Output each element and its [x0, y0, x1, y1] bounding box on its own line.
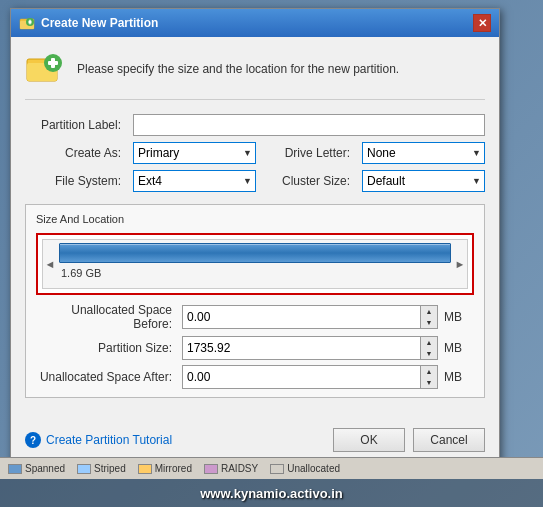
partition-size-down[interactable]: ▼	[421, 348, 437, 359]
size-location-section: Size And Location ◄ 1.69 GB ► Unallocate…	[25, 204, 485, 398]
file-system-select-wrapper: Ext4 NTFSFAT32exFAT	[133, 170, 256, 192]
unallocated-before-input[interactable]	[183, 306, 420, 328]
cluster-size-select-wrapper: Default 512102420484096	[362, 170, 485, 192]
titlebar-title: Create New Partition	[41, 16, 158, 30]
help-icon: ?	[25, 432, 41, 448]
titlebar-left: Create New Partition	[19, 15, 158, 31]
header-description: Please specify the size and the location…	[77, 62, 399, 76]
unallocated-after-label: Unallocated Space After:	[36, 370, 176, 384]
footer-buttons: OK Cancel	[333, 428, 485, 452]
legend-label-unallocated: Unallocated	[287, 463, 340, 474]
legend-item-mirrored: Mirrored	[138, 463, 192, 474]
unallocated-before-input-wrapper: ▲ ▼	[182, 305, 438, 329]
partition-label-label: Partition Label:	[25, 118, 125, 132]
create-partition-dialog: Create New Partition ✕ Please specify th…	[10, 8, 500, 465]
partition-bar-inner: ◄ 1.69 GB ►	[42, 239, 468, 289]
partition-size-input[interactable]	[183, 337, 420, 359]
unallocated-after-unit: MB	[444, 370, 474, 384]
header-icon	[25, 49, 65, 89]
create-as-select[interactable]: Primary Logical Extended	[133, 142, 256, 164]
partition-size-label: 1.69 GB	[57, 265, 453, 281]
legend-item-striped: Striped	[77, 463, 126, 474]
section-title: Size And Location	[36, 213, 474, 225]
unallocated-before-up[interactable]: ▲	[421, 306, 437, 317]
partition-size-spinners: ▲ ▼	[420, 337, 437, 359]
unallocated-after-input[interactable]	[183, 366, 420, 388]
swatch-striped	[77, 464, 91, 474]
watermark-bar: www.kynamio.activo.in	[0, 479, 543, 507]
partition-blue-bar	[59, 243, 451, 263]
svg-rect-4	[30, 20, 31, 25]
unallocated-after-input-wrapper: ▲ ▼	[182, 365, 438, 389]
unallocated-after-spinners: ▲ ▼	[420, 366, 437, 388]
partition-size-unit: MB	[444, 341, 474, 355]
help-link-label: Create Partition Tutorial	[46, 433, 172, 447]
partition-arrow-right[interactable]: ►	[453, 239, 467, 289]
dialog-body: Please specify the size and the location…	[11, 37, 499, 420]
partition-arrow-left[interactable]: ◄	[43, 239, 57, 289]
partition-label-input[interactable]	[133, 114, 485, 136]
legend-bar: Spanned Striped Mirrored RAIDSY Unalloca…	[0, 457, 543, 479]
partition-bar-container: ◄ 1.69 GB ►	[36, 233, 474, 295]
create-as-select-wrapper: Primary Logical Extended	[133, 142, 256, 164]
legend-label-raidby: RAIDSY	[221, 463, 258, 474]
titlebar: Create New Partition ✕	[11, 9, 499, 37]
dialog-header: Please specify the size and the location…	[25, 49, 485, 100]
help-link[interactable]: ? Create Partition Tutorial	[25, 432, 172, 448]
close-button[interactable]: ✕	[473, 14, 491, 32]
cluster-size-select[interactable]: Default 512102420484096	[362, 170, 485, 192]
unallocated-before-label: Unallocated Space Before:	[36, 303, 176, 331]
swatch-spanned	[8, 464, 22, 474]
swatch-mirrored	[138, 464, 152, 474]
legend-item-spanned: Spanned	[8, 463, 65, 474]
swatch-unallocated	[270, 464, 284, 474]
file-system-label: File System:	[25, 174, 125, 188]
svg-rect-9	[48, 61, 58, 65]
legend-label-spanned: Spanned	[25, 463, 65, 474]
watermark-text: www.kynamio.activo.in	[200, 486, 343, 501]
form-grid: Partition Label: Create As: Primary Logi…	[25, 114, 485, 192]
dialog-icon	[19, 15, 35, 31]
unallocated-after-down[interactable]: ▼	[421, 377, 437, 388]
swatch-raidby	[204, 464, 218, 474]
legend-item-raidby: RAIDSY	[204, 463, 258, 474]
partition-size-label-text: Partition Size:	[36, 341, 176, 355]
cancel-button[interactable]: Cancel	[413, 428, 485, 452]
unallocated-before-unit: MB	[444, 310, 474, 324]
partition-fill-area: 1.69 GB	[57, 239, 453, 289]
unallocated-before-spinners: ▲ ▼	[420, 306, 437, 328]
spinner-grid: Unallocated Space Before: ▲ ▼ MB Partiti…	[36, 303, 474, 389]
cluster-size-label: Cluster Size:	[264, 174, 354, 188]
partition-size-input-wrapper: ▲ ▼	[182, 336, 438, 360]
drive-letter-select[interactable]: None C:D:E:	[362, 142, 485, 164]
legend-item-unallocated: Unallocated	[270, 463, 340, 474]
unallocated-after-up[interactable]: ▲	[421, 366, 437, 377]
create-as-label: Create As:	[25, 146, 125, 160]
unallocated-before-down[interactable]: ▼	[421, 317, 437, 328]
file-system-select[interactable]: Ext4 NTFSFAT32exFAT	[133, 170, 256, 192]
partition-size-up[interactable]: ▲	[421, 337, 437, 348]
legend-label-striped: Striped	[94, 463, 126, 474]
legend-label-mirrored: Mirrored	[155, 463, 192, 474]
drive-letter-select-wrapper: None C:D:E:	[362, 142, 485, 164]
ok-button[interactable]: OK	[333, 428, 405, 452]
drive-letter-label: Drive Letter:	[264, 146, 354, 160]
